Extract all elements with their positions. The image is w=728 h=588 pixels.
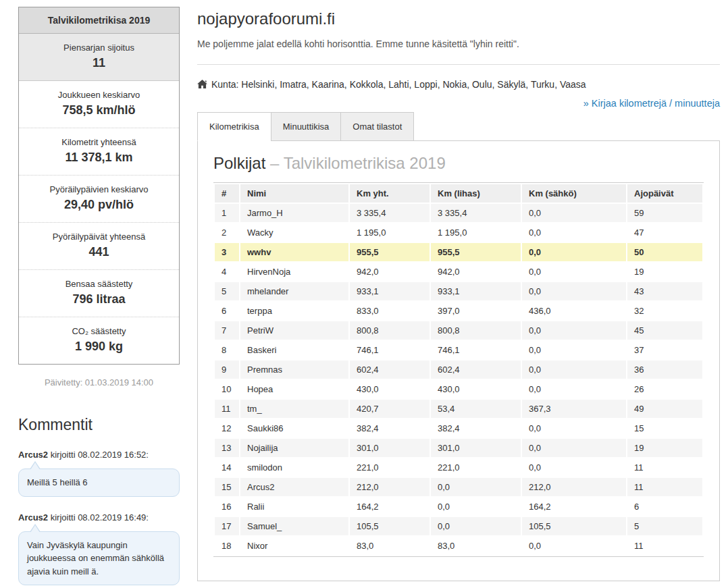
cell-days: 11 bbox=[627, 537, 702, 555]
team-stat-value: 758,5 km/hlö bbox=[24, 103, 174, 117]
cell-rank: 2 bbox=[215, 223, 239, 242]
team-stat-value: 29,40 pv/hlö bbox=[24, 198, 174, 212]
team-stat: Kilometrit yhteensä 11 378,1 km bbox=[19, 128, 179, 176]
comment-timestamp: kirjoitti 08.02.2019 16:52: bbox=[48, 450, 149, 460]
riders-table-body: 1 Jarmo_H 3 335,4 3 335,4 0,0 59 2 Wacky… bbox=[215, 204, 702, 555]
cell-km-total: 105,5 bbox=[350, 517, 430, 535]
cell-km-electric: 0,0 bbox=[522, 419, 626, 437]
cell-km-muscle: 301,0 bbox=[431, 439, 521, 457]
cell-name: Jarmo_H bbox=[240, 204, 348, 222]
comment: Arcus2 kirjoitti 08.02.2019 16:49: Vain … bbox=[18, 512, 180, 586]
cell-days: 43 bbox=[627, 282, 702, 300]
table-row: 17 Samuel_ 105,5 0,0 105,5 5 bbox=[215, 517, 702, 535]
cell-km-muscle: 0,0 bbox=[431, 498, 521, 516]
table-row: 13 Nojailija 301,0 301,0 0,0 19 bbox=[215, 439, 702, 457]
cell-km-total: 955,5 bbox=[350, 243, 430, 261]
cell-km-electric: 0,0 bbox=[522, 243, 626, 261]
riders-table: # Nimi Km yht. Km (lihas) Km (sähkö) Ajo… bbox=[213, 182, 704, 557]
last-updated-text: Päivitetty: 01.03.2019 14:00 bbox=[18, 377, 180, 387]
tab[interactable]: Omat tilastot bbox=[340, 112, 414, 141]
table-row: 6 terppa 833,0 397,0 436,0 32 bbox=[215, 302, 702, 320]
cell-km-electric: 0,0 bbox=[522, 263, 626, 281]
panel-title: Polkijat – Talvikilometrikisa 2019 bbox=[213, 154, 704, 173]
team-stat-label: Bensaa säästetty bbox=[24, 279, 174, 289]
col-header-km-total: Km yht. bbox=[350, 184, 430, 203]
comment-timestamp: kirjoitti 08.02.2019 16:49: bbox=[48, 512, 149, 523]
team-stat: Piensarjan sijoitus 11 bbox=[19, 34, 179, 81]
cell-rank: 5 bbox=[215, 282, 239, 300]
cell-name: Saukki86 bbox=[240, 419, 348, 437]
cell-km-electric: 436,0 bbox=[522, 302, 626, 320]
cell-km-electric: 0,0 bbox=[522, 537, 626, 555]
cell-km-muscle: 602,4 bbox=[431, 360, 521, 379]
comment-meta: Arcus2 kirjoitti 08.02.2019 16:52: bbox=[18, 450, 180, 460]
cell-km-muscle: 746,1 bbox=[431, 341, 521, 359]
cell-name: HirvenNoja bbox=[240, 263, 348, 281]
cell-km-electric: 0,0 bbox=[522, 282, 626, 300]
cell-name: mhelander bbox=[240, 282, 348, 300]
cell-km-total: 1 195,0 bbox=[350, 223, 430, 242]
cell-km-electric: 0,0 bbox=[522, 458, 626, 477]
cell-km-total: 212,0 bbox=[350, 478, 430, 496]
cell-days: 19 bbox=[627, 263, 702, 281]
table-row: 11 tm_ 420,7 53,4 367,3 49 bbox=[215, 400, 702, 418]
comment-author: Arcus2 bbox=[18, 450, 48, 460]
cell-name: Wacky bbox=[240, 223, 348, 242]
cell-km-total: 3 335,4 bbox=[350, 204, 430, 222]
cell-km-total: 221,0 bbox=[350, 458, 430, 477]
municipality-line: Kunta: Helsinki, Imatra, Kaarina, Kokkol… bbox=[197, 78, 720, 90]
cell-km-muscle: 397,0 bbox=[431, 302, 521, 320]
cell-name: Hopea bbox=[240, 380, 348, 398]
cell-km-muscle: 800,8 bbox=[431, 321, 521, 340]
cell-rank: 13 bbox=[215, 439, 239, 457]
cell-days: 6 bbox=[627, 498, 702, 516]
cell-rank: 11 bbox=[215, 400, 239, 418]
main-content: nojapyorafoorumi.fi Me poljemme jalat ed… bbox=[197, 0, 720, 581]
table-row: 14 smilodon 221,0 221,0 0,0 11 bbox=[215, 458, 702, 477]
cell-rank: 8 bbox=[215, 341, 239, 359]
riders-header-row: # Nimi Km yht. Km (lihas) Km (sähkö) Ajo… bbox=[215, 184, 702, 203]
team-stat: Bensaa säästetty 796 litraa bbox=[19, 270, 179, 317]
cell-rank: 14 bbox=[215, 458, 239, 477]
tab[interactable]: Minuuttikisa bbox=[271, 112, 342, 141]
municipality-text: Kunta: Helsinki, Imatra, Kaarina, Kokkol… bbox=[211, 79, 586, 90]
table-row: 8 Baskeri 746,1 746,1 0,0 37 bbox=[215, 341, 702, 359]
cell-km-electric: 367,3 bbox=[522, 400, 626, 418]
log-link-row: » Kirjaa kilometrejä / minuutteja bbox=[197, 97, 720, 109]
cell-km-total: 800,8 bbox=[350, 321, 430, 340]
cell-km-electric: 105,5 bbox=[522, 517, 626, 535]
team-stat-value: 11 378,1 km bbox=[24, 151, 174, 165]
cell-days: 47 bbox=[627, 223, 702, 242]
team-stat: Joukkueen keskiarvo 758,5 km/hlö bbox=[19, 81, 179, 128]
comment-author: Arcus2 bbox=[18, 512, 48, 523]
cell-km-total: 164,2 bbox=[350, 498, 430, 516]
table-row: 16 Ralii 164,2 0,0 164,2 6 bbox=[215, 498, 702, 516]
cell-km-electric: 0,0 bbox=[522, 341, 626, 359]
log-kilometers-link[interactable]: » Kirjaa kilometrejä / minuutteja bbox=[583, 98, 720, 109]
team-stat: CO₂ säästetty 1 990 kg bbox=[19, 317, 179, 364]
cell-km-muscle: 83,0 bbox=[431, 537, 521, 555]
cell-name: smilodon bbox=[240, 458, 348, 477]
cell-km-total: 942,0 bbox=[350, 263, 430, 281]
cell-km-total: 382,4 bbox=[350, 419, 430, 437]
cell-rank: 4 bbox=[215, 263, 239, 281]
riders-table-head: # Nimi Km yht. Km (lihas) Km (sähkö) Ajo… bbox=[215, 184, 702, 203]
cell-rank: 1 bbox=[215, 204, 239, 222]
cell-name: Nixor bbox=[240, 537, 348, 555]
team-stat-label: Pyöräilypäivät yhteensä bbox=[24, 232, 174, 242]
cell-km-electric: 0,0 bbox=[522, 204, 626, 222]
team-stat: Pyöräilypäivien keskiarvo 29,40 pv/hlö bbox=[19, 176, 179, 223]
table-row: 15 Arcus2 212,0 0,0 212,0 11 bbox=[215, 478, 702, 496]
tab[interactable]: Kilometrikisa bbox=[197, 112, 271, 141]
cell-km-total: 430,0 bbox=[350, 380, 430, 398]
cell-rank: 15 bbox=[215, 478, 239, 496]
table-row: 4 HirvenNoja 942,0 942,0 0,0 19 bbox=[215, 263, 702, 281]
cell-km-total: 83,0 bbox=[350, 537, 430, 555]
cell-days: 11 bbox=[627, 458, 702, 477]
cell-days: 37 bbox=[627, 341, 702, 359]
team-stat: Pyöräilypäivät yhteensä 441 bbox=[19, 223, 179, 270]
cell-km-electric: 0,0 bbox=[522, 223, 626, 242]
table-row: 18 Nixor 83,0 83,0 0,0 11 bbox=[215, 537, 702, 555]
cell-rank: 3 bbox=[215, 243, 239, 261]
cell-km-electric: 0,0 bbox=[522, 439, 626, 457]
